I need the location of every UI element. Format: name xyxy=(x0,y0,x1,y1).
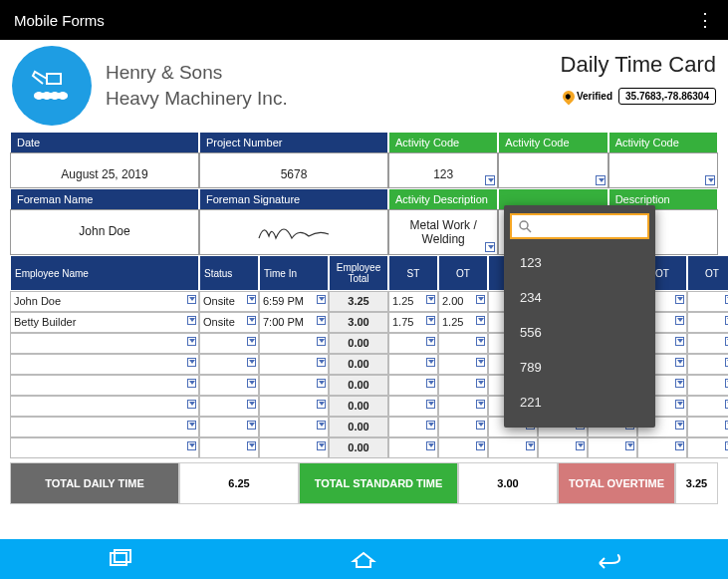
dropdown-item[interactable]: 221 xyxy=(504,385,655,420)
table-cell[interactable] xyxy=(259,375,329,396)
table-cell[interactable]: Onsite xyxy=(199,291,259,312)
dropdown-icon[interactable] xyxy=(675,316,684,325)
table-cell[interactable] xyxy=(10,396,199,417)
dropdown-item[interactable]: 234 xyxy=(504,280,655,315)
dropdown-icon[interactable] xyxy=(247,400,256,409)
table-cell[interactable] xyxy=(438,333,488,354)
table-cell[interactable] xyxy=(388,417,438,437)
table-cell[interactable] xyxy=(438,375,488,396)
activity-code-3-value[interactable] xyxy=(608,152,718,188)
table-cell[interactable]: 1.25 xyxy=(388,291,438,312)
dropdown-icon[interactable] xyxy=(187,337,196,346)
dropdown-icon[interactable] xyxy=(187,379,196,388)
dropdown-icon[interactable] xyxy=(596,175,606,185)
dropdown-icon[interactable] xyxy=(187,441,196,450)
table-cell[interactable] xyxy=(438,396,488,417)
dropdown-icon[interactable] xyxy=(247,379,256,388)
dropdown-icon[interactable] xyxy=(317,400,326,409)
dropdown-icon[interactable] xyxy=(625,441,634,450)
table-cell[interactable] xyxy=(538,437,588,458)
dropdown-icon[interactable] xyxy=(476,295,485,304)
dropdown-icon[interactable] xyxy=(476,400,485,409)
table-cell[interactable] xyxy=(687,396,728,417)
table-cell[interactable] xyxy=(438,354,488,375)
foreman-signature-value[interactable] xyxy=(199,209,388,255)
table-cell[interactable] xyxy=(687,375,728,396)
foreman-name-value[interactable]: John Doe xyxy=(10,209,199,255)
dropdown-icon[interactable] xyxy=(247,358,256,367)
dropdown-icon[interactable] xyxy=(426,400,435,409)
dropdown-icon[interactable] xyxy=(476,316,485,325)
dropdown-icon[interactable] xyxy=(187,316,196,325)
dropdown-icon[interactable] xyxy=(476,358,485,367)
table-cell[interactable] xyxy=(199,417,259,437)
table-cell[interactable] xyxy=(388,354,438,375)
dropdown-icon[interactable] xyxy=(675,295,684,304)
table-cell[interactable] xyxy=(199,375,259,396)
dropdown-icon[interactable] xyxy=(317,441,326,450)
dropdown-icon[interactable] xyxy=(426,358,435,367)
date-value[interactable]: August 25, 2019 xyxy=(10,152,199,188)
dropdown-icon[interactable] xyxy=(675,358,684,367)
dropdown-icon[interactable] xyxy=(675,379,684,388)
table-cell[interactable] xyxy=(488,437,538,458)
dropdown-icon[interactable] xyxy=(317,358,326,367)
dropdown-icon[interactable] xyxy=(247,441,256,450)
dropdown-icon[interactable] xyxy=(705,175,715,185)
table-cell[interactable] xyxy=(438,437,488,458)
table-cell[interactable]: 2.00 xyxy=(438,291,488,312)
dropdown-icon[interactable] xyxy=(675,337,684,346)
table-cell[interactable] xyxy=(687,291,728,312)
table-cell[interactable] xyxy=(259,333,329,354)
table-cell[interactable] xyxy=(10,417,199,437)
table-cell[interactable]: Onsite xyxy=(199,312,259,333)
table-cell[interactable]: Betty Builder xyxy=(10,312,199,333)
table-cell[interactable] xyxy=(687,437,728,458)
activity-code-1-value[interactable]: 123 xyxy=(388,152,498,188)
table-cell[interactable] xyxy=(10,437,199,458)
dropdown-icon[interactable] xyxy=(476,379,485,388)
menu-icon[interactable]: ⋮ xyxy=(696,9,714,31)
nav-recent-icon[interactable] xyxy=(107,549,136,569)
dropdown-icon[interactable] xyxy=(485,242,495,252)
table-cell[interactable] xyxy=(687,417,728,437)
dropdown-icon[interactable] xyxy=(426,295,435,304)
dropdown-icon[interactable] xyxy=(576,441,585,450)
table-cell[interactable] xyxy=(259,437,329,458)
dropdown-icon[interactable] xyxy=(426,441,435,450)
table-cell[interactable] xyxy=(199,333,259,354)
table-cell[interactable] xyxy=(10,375,199,396)
dropdown-icon[interactable] xyxy=(317,337,326,346)
dropdown-icon[interactable] xyxy=(526,441,535,450)
dropdown-icon[interactable] xyxy=(317,421,326,430)
dropdown-icon[interactable] xyxy=(247,337,256,346)
project-number-value[interactable]: 5678 xyxy=(199,152,388,188)
dropdown-icon[interactable] xyxy=(247,421,256,430)
table-cell[interactable] xyxy=(388,396,438,417)
dropdown-icon[interactable] xyxy=(247,295,256,304)
dropdown-icon[interactable] xyxy=(675,400,684,409)
dropdown-icon[interactable] xyxy=(187,295,196,304)
dropdown-icon[interactable] xyxy=(426,421,435,430)
table-cell[interactable] xyxy=(10,354,199,375)
dropdown-icon[interactable] xyxy=(675,421,684,430)
table-cell[interactable]: 1.75 xyxy=(388,312,438,333)
table-cell[interactable] xyxy=(388,333,438,354)
table-cell[interactable]: 6:59 PM xyxy=(259,291,329,312)
table-cell[interactable] xyxy=(10,333,199,354)
table-cell[interactable] xyxy=(259,396,329,417)
activity-code-2-value[interactable] xyxy=(498,152,607,188)
dropdown-icon[interactable] xyxy=(187,421,196,430)
nav-back-icon[interactable] xyxy=(592,549,621,569)
dropdown-icon[interactable] xyxy=(476,337,485,346)
dropdown-icon[interactable] xyxy=(426,379,435,388)
nav-home-icon[interactable] xyxy=(349,549,378,569)
table-cell[interactable] xyxy=(388,437,438,458)
dropdown-icon[interactable] xyxy=(675,441,684,450)
table-cell[interactable] xyxy=(259,417,329,437)
table-cell[interactable] xyxy=(687,354,728,375)
table-cell[interactable] xyxy=(199,437,259,458)
table-cell[interactable] xyxy=(637,437,687,458)
dropdown-icon[interactable] xyxy=(247,316,256,325)
dropdown-icon[interactable] xyxy=(485,175,495,185)
